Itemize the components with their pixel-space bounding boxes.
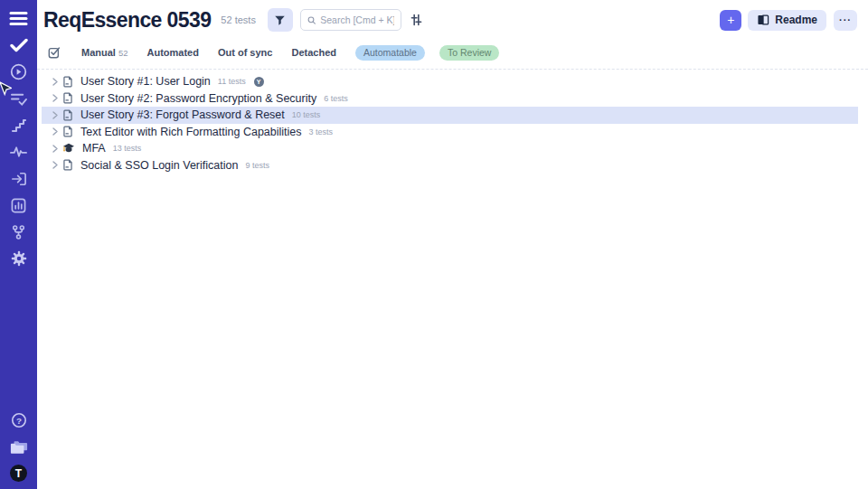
gear-icon[interactable] — [9, 250, 29, 268]
pill-automatable[interactable]: Automatable — [355, 45, 425, 61]
tab-manual-label: Manual — [81, 47, 116, 58]
story-row[interactable]: Text Editor with Rich Formatting Capabil… — [42, 124, 858, 141]
tab-manual[interactable]: Manual52 — [81, 47, 127, 58]
story-title[interactable]: User Story #1: User Login — [80, 75, 211, 88]
activity-icon[interactable] — [9, 144, 29, 161]
document-icon — [62, 159, 73, 171]
chevron-right-icon[interactable] — [52, 111, 58, 119]
sidebar: ? T — [0, 0, 37, 489]
document-icon — [62, 126, 73, 137]
more-button[interactable]: ··· — [834, 10, 857, 31]
sidebar-bottom: ? T — [9, 411, 29, 482]
search-box[interactable] — [300, 9, 401, 31]
story-test-count: 11 tests — [218, 77, 246, 86]
story-test-count: 6 tests — [324, 94, 348, 103]
story-title[interactable]: User Story #3: Forgot Password & Reset — [80, 108, 285, 121]
story-title[interactable]: MFA — [82, 142, 106, 155]
story-test-count: 10 tests — [292, 110, 321, 119]
filter-button[interactable] — [268, 8, 293, 32]
story-row[interactable]: User Story #1: User Login 11 tests Y — [42, 73, 858, 90]
tab-manual-count: 52 — [118, 48, 128, 58]
square-check-icon[interactable] — [48, 46, 61, 59]
chevron-right-icon[interactable] — [52, 78, 58, 86]
tab-automated[interactable]: Automated — [146, 47, 198, 58]
bar-chart-icon[interactable] — [9, 197, 29, 214]
list-check-icon[interactable] — [9, 90, 29, 108]
chevron-right-icon[interactable] — [52, 94, 58, 102]
readme-button[interactable]: Readme — [748, 10, 826, 31]
import-icon[interactable] — [9, 170, 29, 187]
adjustments-icon[interactable] — [410, 14, 422, 26]
main-content: ReqEssence 0539 52 tests + Readme ··· Ma… — [37, 0, 868, 489]
graduation-cap-icon — [62, 143, 75, 154]
story-row-selected[interactable]: User Story #3: Forgot Password & Reset 1… — [42, 107, 858, 124]
assignee-avatar[interactable]: Y — [254, 77, 264, 87]
header: ReqEssence 0539 52 tests + Readme ··· — [37, 0, 868, 40]
story-title[interactable]: Social & SSO Login Verification — [80, 159, 238, 172]
page-title: ReqEssence 0539 — [43, 8, 211, 33]
story-row[interactable]: Social & SSO Login Verification 9 tests — [42, 157, 858, 174]
pill-to-review[interactable]: To Review — [439, 45, 499, 61]
tab-out-of-sync[interactable]: Out of sync — [218, 47, 273, 58]
funnel-icon — [274, 14, 286, 26]
check-icon[interactable] — [9, 37, 29, 54]
tests-count: 52 tests — [221, 14, 256, 25]
story-row[interactable]: MFA 13 tests — [42, 140, 858, 157]
svg-text:?: ? — [15, 415, 21, 425]
git-fork-icon[interactable] — [9, 223, 29, 240]
document-icon — [62, 109, 73, 121]
help-icon[interactable]: ? — [9, 411, 29, 428]
story-test-count: 9 tests — [245, 161, 269, 170]
chevron-right-icon[interactable] — [52, 161, 58, 169]
chevron-right-icon[interactable] — [52, 127, 58, 136]
story-test-count: 13 tests — [113, 144, 142, 153]
story-title[interactable]: User Story #2: Password Encryption & Sec… — [80, 92, 316, 105]
play-circle-icon[interactable] — [9, 63, 29, 80]
folders-icon[interactable] — [9, 438, 29, 456]
menu-icon[interactable] — [9, 10, 29, 27]
readme-label: Readme — [775, 14, 817, 26]
book-icon — [757, 14, 769, 25]
story-test-count: 3 tests — [309, 127, 334, 136]
add-button[interactable]: + — [720, 10, 741, 31]
document-icon — [62, 92, 73, 104]
stairs-icon[interactable] — [9, 117, 29, 134]
story-row[interactable]: User Story #2: Password Encryption & Sec… — [42, 90, 858, 108]
logo-t: T — [10, 465, 27, 482]
tab-detached[interactable]: Detached — [291, 47, 336, 58]
story-list: User Story #1: User Login 11 tests Y Use… — [37, 69, 868, 174]
document-icon — [62, 76, 73, 88]
workspace-logo[interactable]: T — [9, 465, 29, 482]
search-icon — [307, 15, 316, 25]
chevron-right-icon[interactable] — [52, 145, 58, 153]
story-title[interactable]: Text Editor with Rich Formatting Capabil… — [80, 126, 302, 138]
tabs-bar: Manual52 Automated Out of sync Detached … — [37, 42, 868, 63]
search-input[interactable] — [320, 14, 394, 25]
